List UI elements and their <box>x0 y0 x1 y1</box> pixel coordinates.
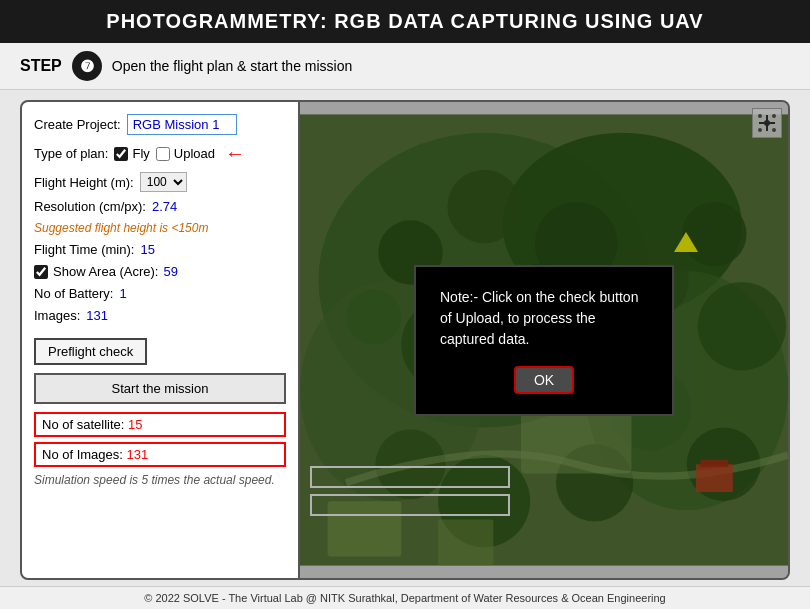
main-content: Create Project: Type of plan: Fly Upload… <box>0 90 810 590</box>
project-name-input[interactable] <box>127 114 237 135</box>
flight-height-label: Flight Height (m): <box>34 175 134 190</box>
no-images-value: 131 <box>127 447 149 462</box>
modal-ok-button[interactable]: OK <box>514 366 574 394</box>
preflight-check-button[interactable]: Preflight check <box>34 338 147 365</box>
left-panel: Create Project: Type of plan: Fly Upload… <box>20 100 300 580</box>
start-mission-button[interactable]: Start the mission <box>34 373 286 404</box>
show-area-label: Show Area (Acre): <box>53 264 159 279</box>
fly-checkbox[interactable] <box>114 147 128 161</box>
flight-time-label: Flight Time (min): <box>34 242 134 257</box>
flight-height-select[interactable]: 100 50 150 <box>140 172 187 192</box>
suggested-note: Suggested flight height is <150m <box>34 221 286 235</box>
map-panel: Note:- Click on the check button of Uplo… <box>300 100 790 580</box>
step-number: ❼ <box>72 51 102 81</box>
modal-overlay: Note:- Click on the check button of Uplo… <box>300 102 788 578</box>
fly-checkbox-container[interactable]: Fly <box>114 146 149 161</box>
flight-height-row: Flight Height (m): 100 50 150 <box>34 172 286 192</box>
images-count-box: No of Images: 131 <box>34 442 286 467</box>
modal-dialog: Note:- Click on the check button of Uplo… <box>414 265 674 416</box>
battery-value: 1 <box>119 286 126 301</box>
battery-row: No of Battery: 1 <box>34 286 286 301</box>
type-of-plan-label: Type of plan: <box>34 146 108 161</box>
modal-text: Note:- Click on the check button of Uplo… <box>440 287 648 350</box>
upload-label: Upload <box>174 146 215 161</box>
flight-time-row: Flight Time (min): 15 <box>34 242 286 257</box>
images-label: Images: <box>34 308 80 323</box>
step-bar: STEP ❼ Open the flight plan & start the … <box>0 43 810 90</box>
satellite-value: 15 <box>128 417 142 432</box>
page-footer: © 2022 SOLVE - The Virtual Lab @ NITK Su… <box>0 586 810 609</box>
resolution-row: Resolution (cm/px): 2.74 <box>34 199 286 214</box>
footer-text: © 2022 SOLVE - The Virtual Lab @ NITK Su… <box>144 592 665 604</box>
show-area-row: Show Area (Acre): 59 <box>34 264 286 279</box>
red-arrow-icon: ← <box>225 142 245 165</box>
type-of-plan-row: Type of plan: Fly Upload ← <box>34 142 286 165</box>
satellite-label: No of satellite: <box>42 417 124 432</box>
images-value: 131 <box>86 308 108 323</box>
header-title: PHOTOGRAMMETRY: RGB DATA CAPTURING USING… <box>106 10 703 32</box>
show-area-checkbox[interactable] <box>34 265 48 279</box>
step-label: STEP <box>20 57 62 75</box>
no-images-label: No of Images: <box>42 447 123 462</box>
create-project-row: Create Project: <box>34 114 286 135</box>
upload-checkbox[interactable] <box>156 147 170 161</box>
battery-label: No of Battery: <box>34 286 113 301</box>
resolution-value: 2.74 <box>152 199 177 214</box>
upload-checkbox-container[interactable]: Upload <box>156 146 215 161</box>
flight-time-value: 15 <box>140 242 154 257</box>
page-header: PHOTOGRAMMETRY: RGB DATA CAPTURING USING… <box>0 0 810 43</box>
step-description: Open the flight plan & start the mission <box>112 58 352 74</box>
show-area-value: 59 <box>164 264 178 279</box>
satellite-box: No of satellite: 15 <box>34 412 286 437</box>
create-project-label: Create Project: <box>34 117 121 132</box>
resolution-label: Resolution (cm/px): <box>34 199 146 214</box>
simulation-note: Simulation speed is 5 times the actual s… <box>34 473 286 487</box>
fly-label: Fly <box>132 146 149 161</box>
images-row: Images: 131 <box>34 308 286 323</box>
